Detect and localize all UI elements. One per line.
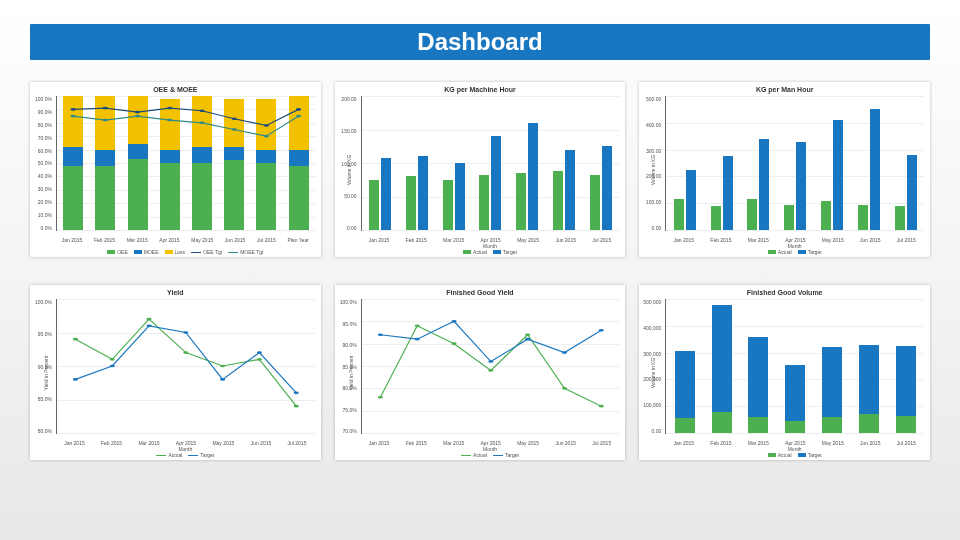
svg-point-36 bbox=[598, 405, 603, 408]
bar bbox=[796, 142, 806, 230]
bar bbox=[553, 171, 563, 230]
bar bbox=[896, 346, 916, 433]
svg-point-17 bbox=[110, 358, 115, 361]
svg-point-12 bbox=[199, 121, 204, 124]
svg-point-24 bbox=[110, 365, 115, 368]
bar bbox=[759, 139, 769, 230]
legend: ActualTarget bbox=[665, 452, 924, 458]
svg-point-1 bbox=[103, 107, 108, 110]
bar bbox=[748, 337, 768, 433]
svg-point-19 bbox=[183, 351, 188, 354]
svg-point-15 bbox=[296, 115, 301, 118]
chart-title: OEE & MOEE bbox=[36, 86, 315, 93]
svg-point-34 bbox=[525, 333, 530, 336]
legend: ActualTarget bbox=[361, 452, 620, 458]
bar bbox=[711, 206, 721, 230]
y-ticks: 100.0%90.0%80.0%70.0%60.0%50.0%40.0%30.0… bbox=[30, 96, 52, 231]
bar bbox=[455, 163, 465, 230]
bar bbox=[479, 175, 489, 230]
bar bbox=[895, 206, 905, 230]
legend: ActualTarget bbox=[361, 249, 620, 255]
bar bbox=[822, 347, 842, 433]
svg-point-41 bbox=[525, 338, 530, 341]
bar bbox=[859, 345, 879, 433]
bar bbox=[565, 150, 575, 230]
chart-oee_moee: OEE & MOEE100.0%90.0%80.0%70.0%60.0%50.0… bbox=[30, 82, 321, 257]
svg-point-29 bbox=[294, 391, 299, 394]
y-ticks: 500,000400,000300,000200,000100,0000.00 bbox=[639, 299, 661, 434]
svg-point-7 bbox=[296, 108, 301, 111]
bar bbox=[590, 175, 600, 230]
svg-point-42 bbox=[562, 351, 567, 354]
bar bbox=[785, 365, 805, 433]
bar bbox=[784, 205, 794, 230]
bar bbox=[907, 155, 917, 230]
chart-title: KG per Man Hour bbox=[645, 86, 924, 93]
plot-area bbox=[665, 299, 924, 434]
svg-point-27 bbox=[220, 378, 225, 381]
legend: ActualTarget bbox=[665, 249, 924, 255]
bar bbox=[528, 123, 538, 230]
legend: ActualTarget bbox=[56, 452, 315, 458]
chart-title: KG per Machine Hour bbox=[341, 86, 620, 93]
svg-point-39 bbox=[451, 320, 456, 323]
chart-kg_machine_hour: KG per Machine HourVolume in KG200.00150… bbox=[335, 82, 626, 257]
svg-point-3 bbox=[167, 107, 172, 110]
bar bbox=[602, 146, 612, 230]
svg-point-23 bbox=[73, 378, 78, 381]
bar bbox=[369, 180, 379, 230]
svg-point-40 bbox=[488, 360, 493, 363]
bar bbox=[870, 109, 880, 230]
y-ticks: 100.0%95.0%90.0%85.0%80.0% bbox=[30, 299, 52, 434]
svg-point-11 bbox=[167, 119, 172, 122]
y-ticks: 500.00400.00300.00200.00100.000.00 bbox=[639, 96, 661, 231]
y-ticks: 100.0%95.0%90.0%85.0%80.0%75.0%70.0% bbox=[335, 299, 357, 434]
svg-point-0 bbox=[71, 108, 76, 111]
chart-title: Finished Good Volume bbox=[645, 289, 924, 296]
svg-point-31 bbox=[414, 324, 419, 327]
bar bbox=[712, 305, 732, 433]
chart-yield: YieldYield in Percent100.0%95.0%90.0%85.… bbox=[30, 285, 321, 460]
y-ticks: 200.00150.00100.0050.000.00 bbox=[335, 96, 357, 231]
svg-point-8 bbox=[71, 115, 76, 118]
svg-point-14 bbox=[264, 135, 269, 138]
svg-point-28 bbox=[257, 351, 262, 354]
page-title: Dashboard bbox=[30, 24, 930, 60]
svg-point-33 bbox=[488, 369, 493, 372]
bar bbox=[406, 176, 416, 230]
charts-grid: OEE & MOEE100.0%90.0%80.0%70.0%60.0%50.0… bbox=[30, 82, 930, 460]
plot-area bbox=[56, 299, 315, 434]
svg-point-25 bbox=[146, 324, 151, 327]
svg-point-43 bbox=[598, 329, 603, 332]
bar bbox=[491, 136, 501, 230]
x-ticks: Jan 2015Feb 2015Mar 2015Apr 2015May 2015… bbox=[56, 237, 315, 243]
svg-point-9 bbox=[103, 119, 108, 122]
svg-point-21 bbox=[257, 358, 262, 361]
svg-point-5 bbox=[232, 117, 237, 120]
svg-point-6 bbox=[264, 124, 269, 127]
svg-point-16 bbox=[73, 338, 78, 341]
plot-area bbox=[56, 96, 315, 231]
svg-point-10 bbox=[135, 115, 140, 118]
bar bbox=[418, 156, 428, 230]
chart-kg_man_hour: KG per Man HourVolume in KG500.00400.003… bbox=[639, 82, 930, 257]
svg-point-35 bbox=[562, 387, 567, 390]
plot-area bbox=[665, 96, 924, 231]
plot-area bbox=[361, 96, 620, 231]
bar bbox=[723, 156, 733, 230]
bar bbox=[858, 205, 868, 230]
svg-point-2 bbox=[135, 111, 140, 114]
bar bbox=[381, 158, 391, 230]
svg-point-26 bbox=[183, 331, 188, 334]
svg-point-37 bbox=[377, 333, 382, 336]
chart-fg_volume: Finished Good VolumeVolume in KG500,0004… bbox=[639, 285, 930, 460]
svg-point-13 bbox=[232, 128, 237, 131]
svg-point-30 bbox=[377, 396, 382, 399]
bar bbox=[686, 170, 696, 230]
svg-point-18 bbox=[146, 318, 151, 321]
bar bbox=[821, 201, 831, 230]
bar bbox=[674, 199, 684, 230]
bar bbox=[675, 351, 695, 433]
bar bbox=[833, 120, 843, 230]
svg-point-20 bbox=[220, 365, 225, 368]
